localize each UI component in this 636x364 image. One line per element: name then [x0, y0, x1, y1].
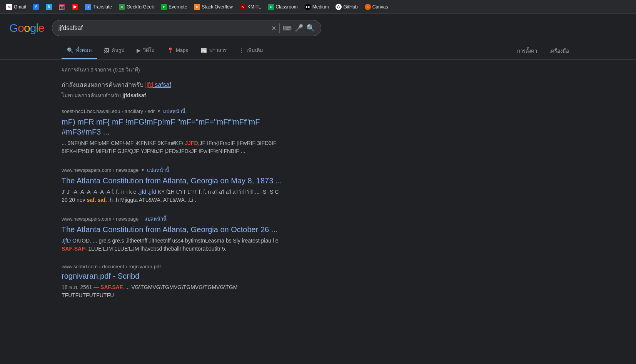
tab-label: Maps	[176, 47, 188, 53]
bookmark-kmitl[interactable]: K KMITL	[237, 2, 264, 12]
bookmark-instagram[interactable]: 📷	[56, 2, 68, 12]
bookmark-evernote[interactable]: E Evernote	[158, 2, 190, 12]
all-icon: 🔍	[67, 47, 73, 53]
result-dropdown-arrow[interactable]: ·	[141, 217, 142, 221]
bookmark-canvas[interactable]: ○ Canvas	[362, 2, 391, 12]
result-dropdown-arrow[interactable]: ▼	[157, 109, 161, 113]
youtube-icon: ▶	[72, 4, 78, 10]
result-url: soest-hcc1.hcc.hawaii.edu › ancillary › …	[62, 108, 155, 114]
bookmark-label: Translate	[93, 4, 112, 10]
tab-images[interactable]: 🖼 ค้นรูป	[98, 42, 130, 59]
canvas-icon: ○	[365, 4, 371, 10]
correction-prefix: กำลังแสดงผลการค้นหาสำหรับ	[62, 81, 145, 88]
videos-icon: ▶	[137, 47, 141, 53]
tools-tool[interactable]: เครื่องมือ	[544, 43, 574, 59]
more-icon: ⋮	[239, 47, 244, 53]
medium-icon: ●●	[305, 4, 311, 10]
results-area: ผลการค้นหา 9 รายการ (0.28 วินาที) กำลังแ…	[0, 60, 346, 316]
correction-showing: กำลังแสดงผลการค้นหาสำหรับ jjfd safsaf	[62, 80, 285, 90]
result-url: www.scribd.com › document › rognivaran-p…	[62, 264, 161, 269]
search-divider	[279, 23, 280, 33]
correction-block: กำลังแสดงผลการค้นหาสำหรับ jjfd safsaf ไม…	[62, 80, 285, 100]
keyboard-icon[interactable]: ⌨	[283, 25, 292, 32]
bookmark-stackoverflow[interactable]: S Stack Overflow	[191, 2, 236, 12]
classroom-icon: C	[268, 4, 274, 10]
result-translate[interactable]: แปลหน้านี้	[163, 107, 185, 115]
logo-o2: o	[24, 22, 30, 34]
result-url-bar: www.newspapers.com › newspage · แปลหน้าน…	[62, 215, 285, 223]
google-logo: Google	[9, 22, 44, 35]
google-header: Google ✕ ⌨ 🎤 🔍	[0, 14, 636, 42]
no-results-term: jjfdsafsaf	[122, 92, 146, 98]
correction-term-blue[interactable]: safsaf	[153, 81, 171, 88]
result-snippet: ... 9NF/)NF MFloMF CMF/-MF }KFNfKF 9KFm#…	[62, 139, 285, 155]
bookmark-twitter[interactable]: 𝕏	[43, 2, 55, 12]
correction-term-red[interactable]: jjfd	[145, 81, 153, 88]
result-title[interactable]: The Atlanta Constitution from Atlanta, G…	[62, 176, 285, 186]
result-title[interactable]: The Atlanta Constitution from Atlanta, G…	[62, 224, 285, 234]
gfg-icon: G	[119, 4, 125, 10]
logo-o1: o	[18, 22, 24, 34]
tab-news[interactable]: 📰 ข่าวสาร	[195, 42, 232, 59]
search-input[interactable]	[58, 25, 268, 32]
news-icon: 📰	[200, 47, 207, 53]
result-item: www.newspapers.com › newspage · แปลหน้าน…	[62, 215, 285, 253]
tab-all[interactable]: 🔍 ทั้งหมด	[62, 42, 97, 59]
bookmark-classroom[interactable]: C Classroom	[265, 2, 300, 12]
bookmark-geekforgeek[interactable]: G GeekforGeek	[116, 2, 157, 12]
evernote-icon: E	[161, 4, 167, 10]
nav-tools: การตั้งค่า เครื่องมือ	[512, 43, 574, 59]
bookmark-label: Medium	[312, 4, 329, 10]
scribd-date: 18 พ.ย. 2561	[62, 284, 92, 290]
bookmark-medium[interactable]: ●● Medium	[302, 2, 332, 12]
github-icon: ⬡	[336, 4, 342, 10]
facebook-icon: f	[33, 4, 39, 10]
result-title[interactable]: mF) mFR mF{ mF !mFG!mFp!mF "mF="mF="mFf"…	[62, 117, 285, 137]
clear-icon[interactable]: ✕	[271, 25, 276, 32]
bookmark-facebook[interactable]: f	[30, 2, 42, 12]
result-dropdown-arrow[interactable]: ▼	[141, 168, 145, 172]
stackoverflow-icon: S	[194, 4, 200, 10]
result-snippet: J' J' -A -A -A -A -A -A f. f. i r i k e …	[62, 188, 285, 204]
result-translate[interactable]: แปลหน้านี้	[147, 166, 169, 174]
result-url: www.newspapers.com › newspage	[62, 167, 139, 173]
bookmark-label: Classroom	[275, 4, 297, 10]
instagram-icon: 📷	[59, 4, 65, 10]
bookmark-label: GitHub	[343, 4, 357, 10]
microphone-icon[interactable]: 🎤	[295, 24, 303, 32]
bookmark-translate[interactable]: T Translate	[82, 2, 115, 12]
tab-more[interactable]: ⋮ เพิ่มเติม	[234, 42, 269, 59]
bookmark-label: Canvas	[372, 4, 388, 10]
result-item: soest-hcc1.hcc.hawaii.edu › ancillary › …	[62, 107, 285, 155]
tab-label: ทั้งหมด	[76, 46, 92, 54]
bookmark-gmail[interactable]: M Gmail	[3, 2, 29, 12]
results-stats: ผลการค้นหา 9 รายการ (0.28 วินาที)	[62, 66, 285, 74]
result-translate[interactable]: แปลหน้านี้	[144, 215, 167, 223]
tab-label: เพิ่มเติม	[247, 46, 263, 54]
kmitl-icon: K	[240, 4, 246, 10]
bookmark-github[interactable]: ⬡ GitHub	[332, 2, 361, 12]
bookmark-label: Gmail	[14, 4, 26, 10]
translate-icon: T	[85, 4, 91, 10]
tab-videos[interactable]: ▶ วิดีโอ	[131, 42, 160, 59]
settings-tool[interactable]: การตั้งค่า	[512, 43, 543, 59]
search-box: ✕ ⌨ 🎤 🔍	[52, 20, 321, 36]
logo-e: e	[38, 22, 44, 34]
bookmark-label: KMITL	[247, 4, 261, 10]
correction-no-results: ไม่พบผลการค้นหาสำหรับ jjfdsafsaf	[62, 91, 285, 100]
tab-maps[interactable]: 📍 Maps	[162, 43, 194, 58]
result-url-bar: www.scribd.com › document › rognivaran-p…	[62, 264, 285, 269]
tab-label: ข่าวสาร	[209, 46, 227, 54]
bookmark-youtube[interactable]: ▶	[69, 2, 81, 12]
result-snippet: JjfD OKIOD. ... gre.s gre.s .iltheetnff …	[62, 237, 285, 253]
gmail-icon: M	[6, 4, 12, 10]
result-url: www.newspapers.com › newspage	[62, 216, 139, 222]
logo-g2: g	[30, 22, 36, 34]
search-submit-icon[interactable]: 🔍	[306, 24, 315, 32]
result-url-bar: soest-hcc1.hcc.hawaii.edu › ancillary › …	[62, 107, 285, 115]
bookmark-label: GeekforGeek	[127, 4, 154, 10]
result-url-bar: www.newspapers.com › newspage ▼ แปลหน้าน…	[62, 166, 285, 174]
bookmark-label: Evernote	[169, 4, 187, 10]
logo-g: G	[9, 22, 18, 34]
result-title[interactable]: rognivaran.pdf - Scribd	[62, 271, 285, 281]
